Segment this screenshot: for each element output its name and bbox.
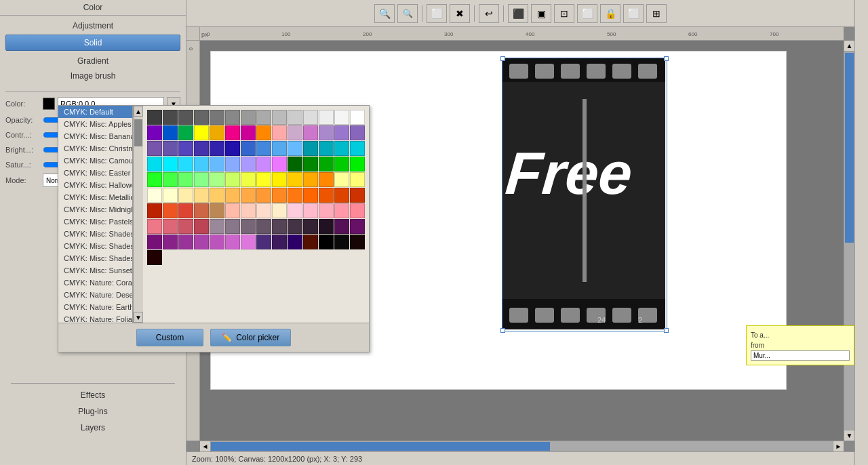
color-cell[interactable] — [147, 203, 162, 218]
color-cell[interactable] — [256, 172, 271, 187]
color-cell[interactable] — [178, 219, 193, 234]
color-cell[interactable] — [319, 219, 334, 234]
color-cell[interactable] — [163, 157, 178, 171]
color-swatch[interactable] — [43, 98, 55, 110]
color-cell[interactable] — [272, 110, 287, 125]
palette-item-5[interactable]: CMYK: Misc: Easter — [58, 167, 132, 179]
fit-button[interactable]: ⬜ — [427, 4, 447, 23]
color-cell[interactable] — [147, 250, 162, 265]
color-cell[interactable] — [256, 188, 271, 203]
palette-item-15[interactable]: CMYK: Nature: Desert — [58, 289, 132, 301]
tool-2-button[interactable]: ▣ — [531, 4, 551, 23]
color-cell[interactable] — [288, 172, 302, 187]
palette-item-17[interactable]: CMYK: Nature: Foliage — [58, 313, 132, 323]
color-cell[interactable] — [256, 125, 271, 140]
color-cell[interactable] — [303, 188, 318, 203]
color-cell[interactable] — [225, 188, 240, 203]
color-cell[interactable] — [225, 125, 240, 140]
color-cell[interactable] — [210, 219, 224, 234]
color-cell[interactable] — [194, 125, 209, 140]
color-cell[interactable] — [147, 110, 162, 125]
color-cell[interactable] — [210, 125, 224, 140]
color-cell[interactable] — [303, 157, 318, 171]
scroll-thumb-right[interactable] — [845, 53, 854, 243]
color-cell[interactable] — [288, 125, 302, 140]
color-cell[interactable] — [319, 157, 334, 171]
palette-item-8[interactable]: CMYK: Misc: Midnight — [58, 203, 132, 216]
color-cell[interactable] — [178, 188, 193, 203]
color-cell[interactable] — [225, 172, 240, 187]
tool-5-button[interactable]: 🔒 — [600, 4, 620, 23]
color-cell[interactable] — [178, 203, 193, 218]
layers-button[interactable]: Layers — [5, 420, 180, 435]
tool-3-button[interactable]: ⊡ — [554, 4, 574, 23]
color-cell[interactable] — [256, 141, 271, 156]
color-cell[interactable] — [350, 203, 365, 218]
tool-7-button[interactable]: ⊞ — [646, 4, 667, 23]
color-cell[interactable] — [288, 235, 302, 249]
effects-button[interactable]: Effects — [5, 388, 180, 403]
color-cell[interactable] — [334, 157, 349, 171]
color-cell[interactable] — [288, 203, 302, 218]
color-cell[interactable] — [163, 172, 178, 187]
color-cell[interactable] — [334, 203, 349, 218]
color-cell[interactable] — [225, 157, 240, 171]
color-cell[interactable] — [163, 125, 178, 140]
scroll-thumb-bottom[interactable] — [211, 442, 550, 451]
color-cell[interactable] — [303, 172, 318, 187]
cancel-button[interactable]: ✖ — [450, 4, 470, 23]
color-cell[interactable] — [210, 157, 224, 171]
color-cell[interactable] — [272, 157, 287, 171]
handle-bl[interactable] — [500, 328, 505, 333]
palette-item-13[interactable]: CMYK: Misc: Sunset — [58, 264, 132, 277]
color-cell[interactable] — [303, 203, 318, 218]
solid-button[interactable]: Solid — [5, 35, 180, 51]
color-cell[interactable] — [147, 141, 162, 156]
color-cell[interactable] — [194, 188, 209, 203]
color-cell[interactable] — [303, 110, 318, 125]
color-picker-button[interactable]: ✏️ Color picker — [210, 329, 291, 346]
color-cell[interactable] — [210, 172, 224, 187]
color-cell[interactable] — [288, 110, 302, 125]
palette-item-2[interactable]: CMYK: Misc: Bananas — [58, 130, 132, 142]
color-cell[interactable] — [350, 219, 365, 234]
color-cell[interactable] — [147, 235, 162, 249]
palette-item-1[interactable]: CMYK: Misc: Apples — [58, 118, 132, 130]
palette-item-4[interactable]: CMYK: Misc: Camouflage — [58, 155, 132, 167]
color-cell[interactable] — [350, 235, 365, 249]
color-cell[interactable] — [163, 141, 178, 156]
handle-tl[interactable] — [500, 56, 505, 61]
color-cell[interactable] — [225, 219, 240, 234]
color-cell[interactable] — [319, 203, 334, 218]
color-cell[interactable] — [272, 172, 287, 187]
color-cell[interactable] — [178, 110, 193, 125]
zoom-in-button[interactable]: 🔍 — [374, 4, 395, 23]
color-cell[interactable] — [178, 125, 193, 140]
color-cell[interactable] — [288, 157, 302, 171]
palette-item-9[interactable]: CMYK: Misc: Pastels — [58, 216, 132, 228]
color-cell[interactable] — [319, 172, 334, 187]
color-cell[interactable] — [163, 235, 178, 249]
color-cell[interactable] — [194, 157, 209, 171]
color-cell[interactable] — [147, 219, 162, 234]
color-cell[interactable] — [147, 157, 162, 171]
color-cell[interactable] — [303, 235, 318, 249]
image-brush-button[interactable]: Image brush — [5, 68, 180, 83]
tool-4-button[interactable]: ⬜ — [577, 4, 597, 23]
color-cell[interactable] — [241, 188, 256, 203]
gradient-button[interactable]: Gradient — [5, 54, 180, 68]
color-cell[interactable] — [272, 125, 287, 140]
undo-button[interactable]: ↩ — [479, 4, 499, 23]
scroll-left-button[interactable]: ◄ — [200, 441, 211, 452]
color-cell[interactable] — [194, 110, 209, 125]
color-cell[interactable] — [210, 235, 224, 249]
color-cell[interactable] — [334, 125, 349, 140]
color-cell[interactable] — [288, 188, 302, 203]
color-cell[interactable] — [256, 219, 271, 234]
palette-scroll-up[interactable]: ▲ — [134, 106, 143, 117]
color-cell[interactable] — [334, 172, 349, 187]
color-cell[interactable] — [241, 203, 256, 218]
color-cell[interactable] — [194, 203, 209, 218]
color-cell[interactable] — [319, 110, 334, 125]
tool-6-button[interactable]: ⬜ — [623, 4, 644, 23]
